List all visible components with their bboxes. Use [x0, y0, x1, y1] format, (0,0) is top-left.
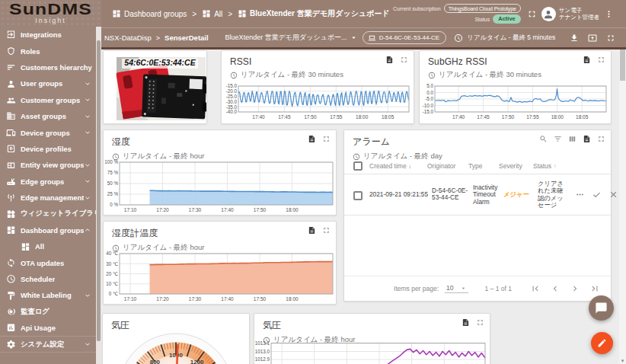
export-widget-icon[interactable]: [462, 318, 470, 327]
export-widget-icon[interactable]: [385, 56, 394, 64]
main-scrollbar[interactable]: ▾: [619, 49, 626, 364]
quilt-icon: [6, 161, 16, 171]
widget-fullscreen-icon[interactable]: [322, 226, 331, 235]
timewindow-button[interactable]: リアルタイム - 最終 5 minutes: [454, 34, 555, 43]
toolbar-fullscreen-icon[interactable]: [606, 34, 615, 43]
sidebar-scrollbar[interactable]: [96, 27, 101, 364]
first-page-icon[interactable]: [530, 283, 541, 294]
alarm-ack-icon[interactable]: [592, 190, 602, 200]
sidebar: SunDMS Insight IntegrationsRolesCustomer…: [0, 0, 101, 364]
search-icon[interactable]: [539, 135, 548, 143]
column-header-type[interactable]: Type: [468, 162, 499, 170]
sidebar-item-user-groups[interactable]: User groups: [0, 75, 96, 91]
alarm-more-icon[interactable]: [575, 190, 585, 200]
sidebar-item-customers-hierarchy[interactable]: Customers hierarchy: [0, 59, 96, 75]
sidebar-item-jp-11[interactable]: ウィジェットライブラリ: [0, 206, 96, 222]
widget-rssi: RSSI リアルタイム - 最終 30 minutes -15.0-20.0-2…: [221, 50, 414, 124]
widget-fullscreen-icon[interactable]: [322, 135, 331, 143]
svg-text:18:05: 18:05: [576, 114, 589, 120]
breadcrumb-item-0[interactable]: Dashboard groups: [112, 9, 187, 18]
download-icon[interactable]: [570, 34, 579, 43]
sidebar-item-label: Customers hierarchy: [21, 63, 92, 72]
user-info[interactable]: サン電子 テナント管理者: [559, 7, 599, 21]
alarm-type: Inactivity Timeout Alarm: [473, 180, 503, 206]
sidebar-item-entity-view-groups[interactable]: Entity view groups: [0, 157, 96, 173]
filter-icon[interactable]: [554, 135, 562, 143]
sidebar-item-label: White Labeling: [21, 291, 72, 299]
sidebar-item-device-groups[interactable]: Device groups: [0, 124, 96, 140]
widget-fullscreen-icon[interactable]: [476, 318, 484, 327]
dashboard-select[interactable]: BlueXtender 営業デモ用ダッシュボー...: [225, 33, 358, 43]
sidebar-item-dashboard-groups[interactable]: Dashboard groups: [0, 222, 96, 238]
main-scrollbar-thumb[interactable]: [620, 49, 625, 81]
dashboard-state-root[interactable]: NSX-DataDisp: [104, 34, 152, 42]
sidebar-item-white-labeling[interactable]: White Labeling: [0, 287, 96, 303]
column-header-originator[interactable]: Originator: [427, 162, 468, 170]
sidebar-item-api-usage[interactable]: Api Usage: [0, 320, 96, 336]
entity-filter-chip[interactable]: D-54-6C-0E-53-44-CE: [363, 31, 447, 44]
sidebar-item-label: Device profiles: [21, 145, 72, 153]
sidebar-item-roles[interactable]: Roles: [0, 43, 96, 59]
sidebar-item-all[interactable]: All: [0, 238, 96, 254]
columns-icon[interactable]: [568, 135, 576, 143]
sidebar-item-jp-19[interactable]: システム設定: [0, 336, 96, 352]
select-all-checkbox[interactable]: [353, 161, 363, 171]
sidebar-item-jp-17[interactable]: 監査ログ: [0, 304, 96, 320]
dashboard-state-current[interactable]: SenserDetail: [164, 34, 209, 42]
svg-text:17:20: 17:20: [156, 296, 169, 302]
sidebar-item-device-profiles[interactable]: Device profiles: [0, 141, 96, 157]
export-icon[interactable]: [588, 34, 597, 43]
widget-fullscreen-icon[interactable]: [597, 135, 605, 143]
chat-button[interactable]: [589, 295, 614, 321]
sidebar-item-asset-groups[interactable]: Asset groups: [0, 108, 96, 124]
domain-icon: [6, 111, 16, 121]
sidebar-item-label: OTA updates: [21, 259, 64, 267]
svg-text:17:30: 17:30: [189, 207, 202, 212]
toolbar-actions: [561, 34, 615, 43]
breadcrumb-item-2[interactable]: BlueXtender 営業デモ用ダッシュボード: [238, 8, 390, 19]
sidebar-item-label: Asset groups: [21, 112, 66, 120]
edit-dashboard-fab[interactable]: [591, 332, 613, 354]
temperature-chart: 40 ℃30 ℃20 ℃10 ℃0 ℃17:1017:2017:3017:401…: [104, 247, 336, 304]
column-header-status[interactable]: Status ↑: [533, 162, 564, 170]
export-widget-icon[interactable]: [583, 56, 591, 64]
avatar[interactable]: [541, 7, 556, 21]
alarm-clear-icon[interactable]: [608, 190, 618, 200]
svg-text:25 %: 25 %: [107, 191, 119, 196]
row-checkbox[interactable]: [353, 191, 363, 200]
widget-fullscreen-icon[interactable]: [400, 56, 408, 64]
last-page-icon[interactable]: [589, 283, 600, 294]
timewindow-label: リアルタイム - 最終 5 minutes: [467, 34, 555, 43]
export-widget-icon[interactable]: [583, 135, 591, 143]
svg-text:0 ℃: 0 ℃: [109, 291, 118, 296]
export-widget-icon[interactable]: [308, 226, 316, 235]
subscription-chip[interactable]: ThingsBoard Cloud Prototype: [444, 4, 521, 13]
user-icon: [543, 9, 554, 20]
scrollbar-down-arrow[interactable]: ▾: [620, 358, 625, 363]
breadcrumb-item-1[interactable]: All: [202, 9, 222, 18]
items-per-page-select[interactable]: 10: [445, 284, 468, 293]
widget-timewindow: リアルタイム - 最終 30 minutes: [439, 70, 541, 80]
more-menu-icon[interactable]: [604, 9, 614, 19]
column-header-created-time[interactable]: Created time ↓: [369, 162, 427, 170]
sidebar-item-scheduler[interactable]: Scheduler: [0, 271, 96, 287]
next-page-icon[interactable]: [570, 283, 580, 294]
sidebar-item-integrations[interactable]: Integrations: [0, 27, 96, 43]
sidebar-item-customer-groups[interactable]: Customer groups: [0, 92, 96, 108]
svg-text:30 ℃: 30 ℃: [106, 261, 118, 267]
clock-icon: [454, 34, 463, 43]
column-header-severity[interactable]: Severity: [499, 162, 533, 170]
sidebar-item-edge-groups[interactable]: Edge groups: [0, 174, 96, 190]
svg-text:75 %: 75 %: [107, 170, 119, 175]
widget-fullscreen-icon[interactable]: [597, 56, 605, 64]
export-widget-icon[interactable]: [308, 135, 316, 143]
sidebar-item-ota-updates[interactable]: OTA updates: [0, 254, 96, 270]
sidebar-item-edge-management[interactable]: Edge management: [0, 190, 96, 206]
sidebar-scrollbar-thumb[interactable]: [97, 40, 101, 341]
barchart-icon: [6, 323, 16, 333]
fullscreen-icon[interactable]: [527, 9, 537, 19]
alarm-row[interactable]: 2021-09-21 09:21:55 D-54-6C-0E-53-44-CE …: [344, 174, 611, 216]
svg-text:1000: 1000: [169, 352, 183, 359]
prev-page-icon[interactable]: [550, 283, 561, 294]
status-label: Status: [474, 17, 490, 22]
